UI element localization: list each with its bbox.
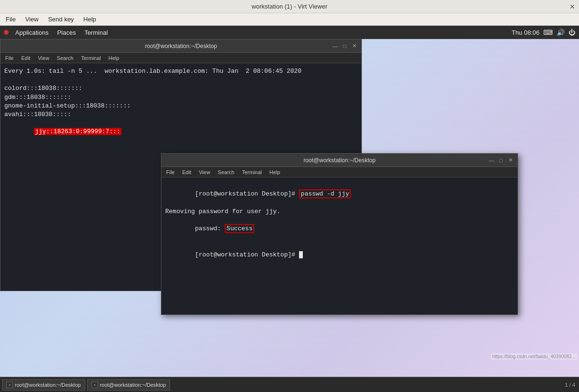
taskbar-icon-1: ▪ [6, 382, 13, 388]
gnome-clock: Thu 08:06 [511, 29, 539, 36]
t1-menu-edit[interactable]: Edit [19, 55, 33, 61]
t1-line-1 [4, 76, 358, 84]
gnome-bar-left: Applications Places Terminal [4, 28, 111, 37]
t1-line-5: avahi:::18038::::: [4, 110, 358, 119]
virt-viewer-titlebar: workstation (1) - Virt Viewer ✕ [0, 0, 579, 13]
gnome-terminal-menu[interactable]: Terminal [80, 28, 111, 37]
close-button[interactable]: ✕ [569, 3, 575, 10]
terminal-1-menubar: File Edit View Search Terminal Help [0, 53, 361, 63]
taskbar-label-1: root@workstation:~/Desktop [15, 382, 81, 388]
t1-line-0: Every 1.0s: tail -n 5 ... workstation.la… [4, 67, 358, 76]
t2-cursor [299, 251, 303, 258]
desktop: root@workstation:~/Desktop — □ ✕ File Ed… [0, 39, 579, 377]
menu-view[interactable]: View [21, 15, 42, 24]
t1-line-6: jjy::18263:0:99999:7::: [4, 119, 358, 145]
t1-menu-view[interactable]: View [35, 55, 52, 61]
terminal-1-close[interactable]: ✕ [351, 43, 358, 49]
terminal-1-titlebar: root@workstation:~/Desktop — □ ✕ [0, 39, 361, 53]
t1-menu-search[interactable]: Search [54, 55, 76, 61]
t2-menu-edit[interactable]: Edit [180, 169, 194, 176]
taskbar-page-indicator: 1 / 4 [565, 382, 575, 388]
terminal-1-minimize[interactable]: — [332, 43, 339, 49]
t1-menu-file[interactable]: File [2, 55, 17, 61]
t2-menu-view[interactable]: View [196, 169, 213, 176]
t1-line-3: gdm:::18038::::::: [4, 93, 358, 102]
virt-viewer-menubar: File View Send key Help [0, 13, 579, 26]
t2-success-highlight: Success [225, 224, 255, 233]
watermark: https://blog.csdn.net/baidu_40390082... [491, 353, 577, 360]
gnome-topbar: Applications Places Terminal Thu 08:06 ⌨… [0, 26, 579, 39]
gnome-places[interactable]: Places [53, 28, 80, 37]
t2-prompt-1: [root@workstation Desktop]# [195, 190, 299, 197]
terminal-1-maximize[interactable]: □ [341, 43, 348, 49]
t2-prompt-2: [root@workstation Desktop]# [195, 251, 299, 258]
menu-file[interactable]: File [2, 15, 20, 24]
terminal-2-close[interactable]: ✕ [507, 157, 514, 164]
t2-menu-search[interactable]: Search [215, 169, 237, 176]
t1-line-4: gnome-initial-setup:::18038::::::: [4, 102, 358, 110]
volume-icon[interactable]: 🔊 [557, 29, 565, 36]
gnome-applications[interactable]: Applications [11, 28, 52, 37]
t1-highlighted-text: jjy::18263:0:99999:7::: [34, 128, 121, 135]
t2-command-highlight: passwd -d jjy [299, 189, 351, 198]
gnome-bar-right: Thu 08:06 ⌨ 🔊 ⏻ [511, 29, 575, 36]
t2-menu-help[interactable]: Help [267, 169, 283, 176]
terminal-2-minimize[interactable]: — [488, 157, 495, 164]
window-title: workstation (1) - Virt Viewer [251, 3, 327, 10]
terminal-1-title: root@workstation:~/Desktop [145, 43, 217, 49]
gnome-logo [4, 30, 9, 35]
terminal-2-maximize[interactable]: □ [498, 157, 504, 164]
t2-line-4: [root@workstation Desktop]# [165, 242, 514, 268]
taskbar-label-2: root@workstation:~/Desktop [100, 382, 166, 388]
t2-line-3: passwd: Success [165, 216, 514, 242]
t1-menu-terminal[interactable]: Terminal [78, 55, 104, 61]
terminal-2-menubar: File Edit View Search Terminal Help [161, 167, 518, 177]
taskbar: ▪ root@workstation:~/Desktop ▪ root@work… [0, 377, 579, 392]
t2-line-2: Removing password for user jjy. [165, 207, 514, 216]
power-icon[interactable]: ⏻ [569, 29, 575, 36]
terminal-2-title: root@workstation:~/Desktop [303, 157, 375, 164]
terminal-2-titlebar: root@workstation:~/Desktop — □ ✕ [161, 154, 518, 167]
menu-sendkey[interactable]: Send key [44, 15, 78, 24]
t1-line-2: colord:::18038::::::: [4, 84, 358, 93]
taskbar-icon-2: ▪ [91, 382, 98, 388]
taskbar-item-2[interactable]: ▪ root@workstation:~/Desktop [87, 379, 170, 391]
t2-menu-file[interactable]: File [163, 169, 178, 176]
terminal-2-content: [root@workstation Desktop]# passwd -d jj… [161, 177, 518, 314]
terminal-window-2: root@workstation:~/Desktop — □ ✕ File Ed… [161, 153, 518, 315]
menu-help[interactable]: Help [80, 15, 100, 24]
t2-passwd-label: passwd: [195, 225, 224, 232]
taskbar-item-1[interactable]: ▪ root@workstation:~/Desktop [2, 379, 85, 391]
t2-line-1: [root@workstation Desktop]# passwd -d jj… [165, 181, 514, 207]
t2-menu-terminal[interactable]: Terminal [239, 169, 265, 176]
t1-menu-help[interactable]: Help [106, 55, 122, 61]
keyboard-icon[interactable]: ⌨ [543, 29, 553, 36]
